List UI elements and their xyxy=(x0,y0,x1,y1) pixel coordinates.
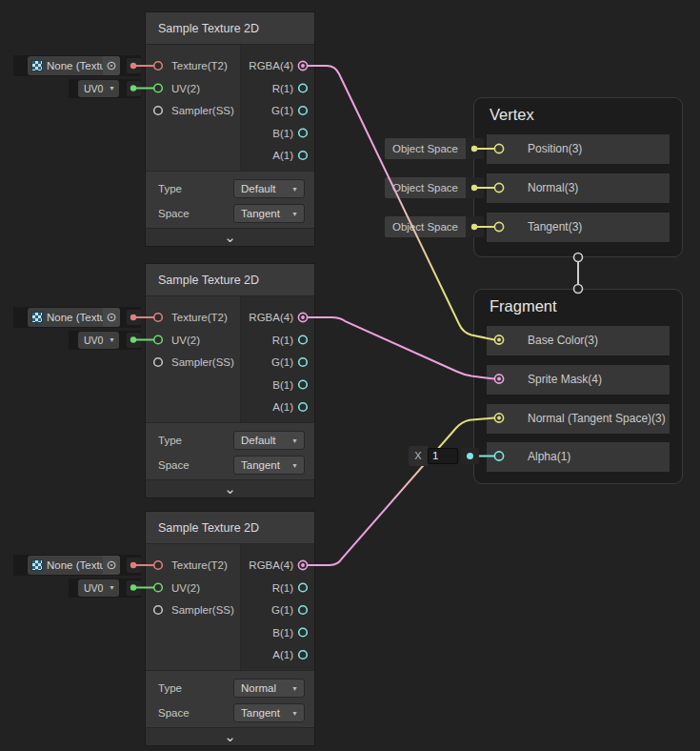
port-label-rgba: RGBA(4) xyxy=(249,55,293,76)
block-base-color[interactable]: Base Color(3) xyxy=(487,326,670,355)
port-label-sampler: Sampler(SS) xyxy=(171,100,234,121)
object-space-widget-position: Object Space xyxy=(385,138,484,159)
object-picker-icon[interactable]: ⊙ xyxy=(103,556,120,575)
node-settings: Type Default ▼ Space Tangent ▼ xyxy=(146,422,314,479)
block-position[interactable]: Position(3) xyxy=(487,134,670,164)
object-space-widget-tangent: Object Space xyxy=(385,216,484,237)
port-label-b: B(1) xyxy=(272,123,293,144)
chevron-down-icon: ⌄ xyxy=(224,231,236,244)
type-label: Type xyxy=(158,179,182,198)
uv-port-stub xyxy=(127,580,141,596)
wire-rgba2-to-sprite-mask[interactable] xyxy=(303,317,494,379)
texture-object-field[interactable]: None (Textu ⊙ xyxy=(28,556,120,575)
port-label-g: G(1) xyxy=(271,352,293,373)
port-label-r: R(1) xyxy=(272,78,293,99)
port-label-g: G(1) xyxy=(271,100,293,121)
dropdown-arrow-icon: ▼ xyxy=(291,181,298,198)
x-component-label: X xyxy=(409,446,428,466)
port-label-g: G(1) xyxy=(271,599,293,620)
port-label-texture: Texture(T2) xyxy=(171,55,228,76)
port-label-a: A(1) xyxy=(272,396,293,417)
block-normal-tangent-space[interactable]: Normal (Tangent Space)(3) xyxy=(487,404,670,434)
collapse-preview-button[interactable]: ⌄ xyxy=(146,479,314,497)
dropdown-arrow-icon: ▼ xyxy=(109,80,115,97)
output-port-column: RGBA(4) R(1) G(1) B(1) A(1) xyxy=(241,296,314,422)
port-label-a: A(1) xyxy=(272,644,293,665)
space-dropdown[interactable]: Tangent ▼ xyxy=(233,456,305,475)
port-label-texture: Texture(T2) xyxy=(171,307,228,328)
space-port-stub xyxy=(466,177,484,198)
uv-port-stub xyxy=(127,81,141,96)
type-dropdown[interactable]: Normal ▼ xyxy=(233,679,305,698)
texture-2d-icon xyxy=(31,312,43,323)
collapse-preview-button[interactable]: ⌄ xyxy=(146,228,314,246)
uv-channel-dropdown[interactable]: UV0 ▼ xyxy=(78,80,119,97)
node-title: Sample Texture 2D xyxy=(146,12,314,45)
input-port-column: Texture(T2) UV(2) Sampler(SS) xyxy=(146,45,241,171)
space-label: Space xyxy=(158,703,190,722)
alpha-port-stub xyxy=(461,448,479,464)
object-picker-icon[interactable]: ⊙ xyxy=(103,56,120,75)
space-port-stub xyxy=(466,216,484,237)
input-port-column: Texture(T2) UV(2) Sampler(SS) xyxy=(146,544,241,670)
block-alpha[interactable]: Alpha(1) xyxy=(487,442,670,472)
texture-2d-icon xyxy=(31,60,43,71)
texture-object-field[interactable]: None (Textu ⊙ xyxy=(28,308,120,327)
uv-slot-strip-2: UV0 ▼ xyxy=(69,331,141,350)
collapse-preview-button[interactable]: ⌄ xyxy=(146,727,314,745)
node-title: Sample Texture 2D xyxy=(146,512,314,544)
port-label-rgba: RGBA(4) xyxy=(249,307,293,328)
node-settings: Type Default ▼ Space Tangent ▼ xyxy=(146,171,314,228)
chevron-down-icon: ⌄ xyxy=(224,482,236,496)
vertex-title: Vertex xyxy=(490,106,534,124)
dropdown-arrow-icon: ▼ xyxy=(109,579,115,597)
port-label-texture: Texture(T2) xyxy=(171,555,228,576)
sample-texture-2d-node-2[interactable]: Sample Texture 2D Texture(T2) UV(2) Samp… xyxy=(146,264,314,497)
output-port-column: RGBA(4) R(1) G(1) B(1) A(1) xyxy=(241,45,314,171)
type-dropdown[interactable]: Default ▼ xyxy=(233,179,305,198)
node-title: Sample Texture 2D xyxy=(146,264,314,296)
type-dropdown[interactable]: Default ▼ xyxy=(233,431,305,450)
sample-texture-2d-node-1[interactable]: Sample Texture 2D Texture(T2) UV(2) Samp… xyxy=(146,12,314,246)
shader-graph-canvas[interactable]: Sample Texture 2D Texture(T2) UV(2) Samp… xyxy=(0,0,700,751)
port-label-sampler: Sampler(SS) xyxy=(171,352,234,373)
vertex-context-node[interactable]: Vertex Position(3) Normal(3) Tangent(3) xyxy=(473,97,683,257)
dropdown-arrow-icon: ▼ xyxy=(291,705,298,722)
input-port-column: Texture(T2) UV(2) Sampler(SS) xyxy=(146,296,241,422)
uv-channel-dropdown[interactable]: UV0 ▼ xyxy=(78,579,119,597)
space-dropdown[interactable]: Tangent ▼ xyxy=(233,703,305,722)
space-port-stub xyxy=(466,138,484,159)
wire-rgba1-to-base-color[interactable] xyxy=(303,66,494,340)
space-dropdown[interactable]: Tangent ▼ xyxy=(233,204,305,223)
block-normal[interactable]: Normal(3) xyxy=(487,173,670,203)
uv-port-stub xyxy=(127,333,141,348)
dropdown-arrow-icon: ▼ xyxy=(291,457,298,475)
fragment-context-node[interactable]: Fragment Base Color(3) Sprite Mask(4) No… xyxy=(473,289,683,484)
block-tangent[interactable]: Tangent(3) xyxy=(487,213,670,242)
port-label-uv: UV(2) xyxy=(171,330,200,351)
wire-rgba3-to-normal-ts[interactable] xyxy=(303,418,494,566)
port-label-uv: UV(2) xyxy=(171,578,200,599)
alpha-value-widget: X 1 xyxy=(409,446,479,466)
uv-channel-dropdown[interactable]: UV0 ▼ xyxy=(78,332,119,349)
texture-slot-strip-1: None (Textu ⊙ xyxy=(13,55,141,76)
dropdown-arrow-icon: ▼ xyxy=(291,680,298,698)
port-label-rgba: RGBA(4) xyxy=(249,555,293,576)
node-settings: Type Normal ▼ Space Tangent ▼ xyxy=(146,670,314,727)
dropdown-arrow-icon: ▼ xyxy=(291,206,298,223)
space-label: Space xyxy=(158,456,190,475)
block-sprite-mask[interactable]: Sprite Mask(4) xyxy=(487,365,670,395)
type-label: Type xyxy=(158,431,182,450)
texture-object-field[interactable]: None (Textu ⊙ xyxy=(28,56,120,75)
object-picker-icon[interactable]: ⊙ xyxy=(103,308,120,327)
object-space-widget-normal: Object Space xyxy=(385,177,484,198)
port-label-uv: UV(2) xyxy=(171,78,200,99)
alpha-stub-dot xyxy=(467,453,473,459)
port-label-a: A(1) xyxy=(272,145,293,166)
sample-texture-2d-node-3[interactable]: Sample Texture 2D Texture(T2) UV(2) Samp… xyxy=(146,512,314,745)
texture-slot-strip-2: None (Textu ⊙ xyxy=(13,307,141,328)
port-label-r: R(1) xyxy=(272,578,293,599)
output-port-column: RGBA(4) R(1) G(1) B(1) A(1) xyxy=(241,544,314,670)
alpha-value-input[interactable]: 1 xyxy=(428,448,458,464)
port-label-r: R(1) xyxy=(272,330,293,351)
